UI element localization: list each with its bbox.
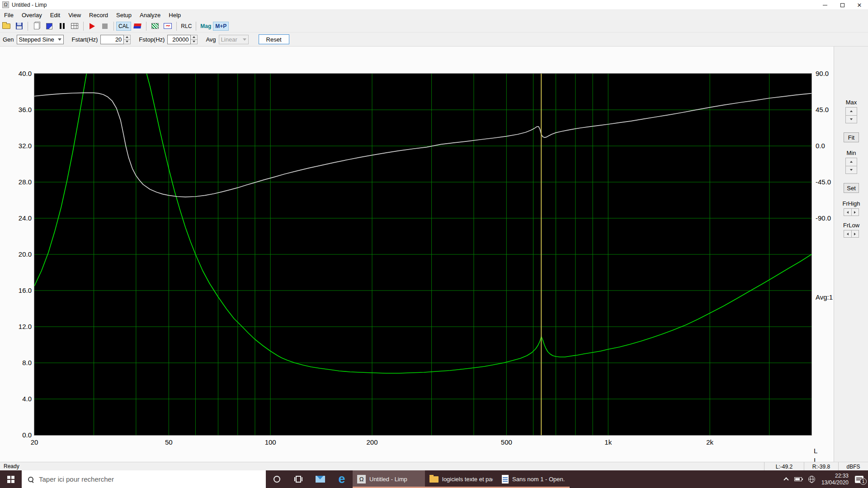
spectrum-icon: [151, 23, 159, 29]
toolbar-separator: [196, 22, 196, 31]
network-globe-icon[interactable]: [808, 476, 815, 483]
save-file-button[interactable]: [13, 21, 25, 32]
status-right-level: R:-39.8: [804, 462, 838, 471]
omega-icon: Ω: [357, 475, 366, 483]
menu-item-file[interactable]: File: [0, 10, 18, 20]
invert-colors-button[interactable]: [43, 21, 55, 32]
taskbar-window-untitled-limp[interactable]: ΩUntitled - Limp: [353, 470, 425, 488]
y-right-tick-label: -90.0: [816, 214, 831, 222]
taskbar-window-label: Untitled - Limp: [369, 476, 407, 483]
minimize-icon: [823, 5, 827, 5]
fstop-label: Fstop(Hz): [139, 36, 165, 43]
close-icon: ✕: [857, 2, 862, 8]
rlc-button[interactable]: RLC: [179, 22, 193, 30]
toolbar-separator: [176, 22, 177, 31]
status-unit: dBFS: [838, 462, 868, 471]
clock[interactable]: 22:33 13/04/2020: [821, 473, 849, 486]
taskbar-window-sans-nom-1-open[interactable]: Sans nom 1 - Open...: [497, 470, 570, 488]
pause-button[interactable]: [56, 21, 68, 32]
copy-page-icon: [34, 23, 39, 29]
y-left-tick-label: 20.0: [5, 250, 32, 258]
impedance-chart: |Z| (ohm) Impedance Phase (°) Cursor: 63…: [0, 47, 834, 462]
y-left-tick-label: 16.0: [5, 286, 32, 294]
y-left-tick-label: 36.0: [5, 106, 32, 113]
main-toolbar: CAL ∼ RLC Mag M+P: [0, 20, 868, 33]
menu-bar: FileOverlayEditViewRecordSetupAnalyzeHel…: [0, 10, 868, 20]
taskbar-window-logiciels-texte-et-pao[interactable]: logiciels texte et pao: [425, 470, 497, 488]
stop-icon: [102, 23, 108, 29]
fit-button[interactable]: Fit: [844, 132, 859, 142]
fstop-input[interactable]: 20000: [167, 35, 191, 44]
start-measurement-button[interactable]: [86, 21, 98, 32]
taskbar-search-input[interactable]: Taper ici pour rechercher: [22, 470, 266, 488]
menu-item-record[interactable]: Record: [85, 10, 112, 20]
data-table-button[interactable]: [69, 21, 80, 32]
maximize-button[interactable]: [834, 0, 851, 10]
chevron-down-icon: [58, 38, 61, 41]
min-spinner[interactable]: [845, 158, 857, 174]
taskbar-window-label: logiciels texte et pao: [442, 476, 493, 483]
action-center-button[interactable]: 1: [855, 476, 863, 483]
copy-button[interactable]: [31, 21, 42, 32]
y-left-tick-label: 4.0: [5, 395, 32, 403]
measurement-setup-button[interactable]: [132, 21, 143, 32]
avg-value: Linear: [221, 36, 237, 43]
spectrum-button[interactable]: [149, 21, 161, 32]
y-left-tick-label: 0.0: [5, 431, 32, 439]
avg-select: Linear: [219, 35, 249, 44]
cortana-button[interactable]: [266, 470, 288, 488]
cortana-icon: [274, 476, 280, 483]
menu-item-help[interactable]: Help: [165, 10, 185, 20]
fstart-spinner[interactable]: [124, 35, 131, 44]
flag-icon: [134, 23, 142, 28]
generator-bar: Gen Stepped Sine Fstart(Hz) 20 Fstop(Hz)…: [0, 33, 868, 47]
battery-icon[interactable]: [794, 477, 802, 481]
app-icon: Ω: [2, 1, 9, 8]
mail-icon: [316, 476, 325, 483]
start-button[interactable]: [0, 470, 22, 488]
menu-item-analyze[interactable]: Analyze: [136, 10, 165, 20]
task-view-icon: [294, 476, 302, 483]
frhigh-label: FrHigh: [835, 200, 868, 207]
frlow-label: FrLow: [835, 222, 868, 229]
set-button[interactable]: Set: [844, 183, 859, 193]
tray-overflow-chevron-icon[interactable]: [783, 477, 788, 482]
minimize-button[interactable]: [816, 0, 834, 10]
edge-browser-button[interactable]: e: [331, 470, 353, 488]
mail-app-button[interactable]: [309, 470, 331, 488]
menu-item-setup[interactable]: Setup: [112, 10, 136, 20]
fstart-label: Fstart(Hz): [72, 36, 98, 43]
generator-button[interactable]: ∼: [162, 21, 174, 32]
writer-document-icon: [502, 475, 509, 483]
menu-item-view[interactable]: View: [64, 10, 85, 20]
task-view-button[interactable]: [288, 470, 309, 488]
invert-colors-icon: [46, 23, 52, 29]
tray-time: 22:33: [821, 473, 849, 479]
y-left-tick-label: 8.0: [5, 359, 32, 366]
frlow-spinner[interactable]: [844, 230, 859, 238]
stop-measurement-button[interactable]: [99, 21, 111, 32]
max-spinner[interactable]: [845, 107, 857, 123]
frhigh-spinner[interactable]: [844, 208, 859, 216]
generator-type-select[interactable]: Stepped Sine: [17, 35, 64, 44]
max-label: Max: [835, 99, 868, 106]
y-left-tick-label: 28.0: [5, 178, 32, 186]
open-folder-icon: [2, 23, 10, 29]
x-tick-label: 100: [257, 438, 284, 446]
maximize-icon: [840, 3, 844, 7]
window-title: Untitled - Limp: [12, 2, 47, 8]
y-right-tick-label: -45.0: [816, 178, 831, 186]
magnitude-phase-view-button[interactable]: M+P: [213, 22, 229, 31]
close-button[interactable]: ✕: [851, 0, 868, 10]
x-tick-label: 50: [155, 438, 182, 446]
open-file-button[interactable]: [0, 21, 12, 32]
calibrate-button[interactable]: CAL: [116, 22, 131, 31]
magnitude-view-button[interactable]: Mag: [198, 22, 213, 30]
menu-item-edit[interactable]: Edit: [46, 10, 64, 20]
play-icon: [90, 23, 95, 29]
fstart-input[interactable]: 20: [100, 35, 124, 44]
reset-button[interactable]: Reset: [259, 34, 289, 44]
pause-icon: [60, 23, 65, 29]
fstop-spinner[interactable]: [191, 35, 198, 44]
menu-item-overlay[interactable]: Overlay: [18, 10, 46, 20]
